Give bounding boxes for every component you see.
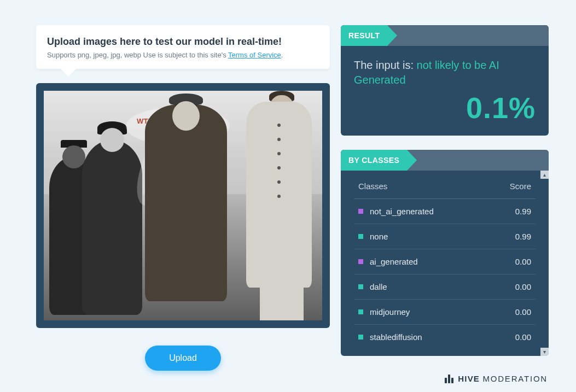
class-score: 0.00 bbox=[515, 332, 531, 342]
brand-name-light: MODERATION bbox=[482, 374, 548, 383]
class-name: stablediffusion bbox=[370, 332, 422, 342]
hive-logo-icon bbox=[445, 375, 453, 383]
class-color-icon bbox=[358, 209, 363, 214]
class-name: midjourney bbox=[370, 307, 410, 317]
result-percent: 0.1% bbox=[354, 91, 536, 125]
classes-table-header: Classes Score bbox=[354, 171, 536, 199]
scroll-up-icon[interactable]: ▴ bbox=[540, 171, 549, 179]
class-color-icon bbox=[358, 259, 363, 264]
upload-instructions-card: Upload images here to test our model in … bbox=[36, 25, 330, 69]
class-name: ai_generated bbox=[370, 257, 418, 266]
image-preview-frame: WTF with his fingers? bbox=[36, 83, 330, 328]
col-classes: Classes bbox=[358, 182, 387, 191]
class-score: 0.99 bbox=[515, 207, 531, 216]
uploaded-image[interactable]: WTF with his fingers? bbox=[44, 91, 322, 320]
scroll-down-icon[interactable]: ▾ bbox=[540, 348, 549, 356]
class-score: 0.00 bbox=[515, 282, 531, 291]
class-score: 0.99 bbox=[515, 232, 531, 241]
class-score: 0.00 bbox=[515, 307, 531, 317]
col-score: Score bbox=[510, 182, 531, 191]
upload-button[interactable]: Upload bbox=[145, 346, 221, 371]
upload-title: Upload images here to test our model in … bbox=[47, 36, 319, 48]
class-name: none bbox=[370, 232, 388, 241]
class-row: none0.99 bbox=[354, 224, 536, 249]
class-color-icon bbox=[358, 335, 363, 340]
brand-footer: HIVE MODERATION bbox=[445, 374, 548, 383]
classes-panel: BY CLASSES Classes Score not_ai_generate… bbox=[341, 150, 549, 356]
upload-subtitle-text: Supports png, jpeg, jpg, webp Use is sub… bbox=[47, 51, 228, 59]
upload-subtitle: Supports png, jpeg, jpg, webp Use is sub… bbox=[47, 51, 319, 59]
classes-header: BY CLASSES bbox=[341, 150, 549, 171]
class-row: dalle0.00 bbox=[354, 274, 536, 300]
brand-name-strong: HIVE bbox=[458, 374, 480, 383]
classes-header-label: BY CLASSES bbox=[341, 150, 407, 171]
class-color-icon bbox=[358, 234, 363, 239]
result-header-label: RESULT bbox=[341, 25, 387, 46]
classes-scrollbar[interactable]: ▴ ▾ bbox=[540, 171, 549, 356]
class-row: midjourney0.00 bbox=[354, 300, 536, 325]
class-row: not_ai_generated0.99 bbox=[354, 199, 536, 224]
class-color-icon bbox=[358, 284, 363, 289]
class-color-icon bbox=[358, 309, 363, 314]
class-name: not_ai_generated bbox=[370, 207, 434, 216]
result-panel: RESULT The input is: not likely to be AI… bbox=[341, 25, 549, 136]
speech-arrow-icon bbox=[61, 69, 76, 77]
result-header: RESULT bbox=[341, 25, 549, 46]
class-row: ai_generated0.00 bbox=[354, 249, 536, 274]
class-name: dalle bbox=[370, 282, 387, 291]
class-score: 0.00 bbox=[515, 257, 531, 266]
class-row: stablediffusion0.00 bbox=[354, 325, 536, 349]
terms-of-service-link[interactable]: Terms of Service bbox=[228, 51, 281, 59]
result-prefix: The input is: bbox=[354, 59, 417, 71]
result-text: The input is: not likely to be AI Genera… bbox=[354, 58, 536, 87]
